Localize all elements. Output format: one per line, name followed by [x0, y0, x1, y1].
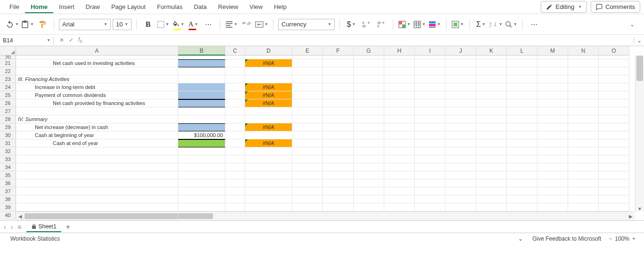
cell-I33[interactable] [415, 155, 446, 163]
column-header-H[interactable]: H [384, 46, 415, 56]
cell-L29[interactable] [507, 123, 537, 131]
number-format-select[interactable]: Currency▼ [278, 19, 335, 30]
cell-F31[interactable] [323, 139, 354, 147]
cell-E23[interactable] [292, 75, 323, 83]
cell-O31[interactable] [599, 139, 629, 147]
column-header-F[interactable]: F [323, 46, 354, 56]
cell-M33[interactable] [537, 155, 568, 163]
cell-M21[interactable] [537, 59, 568, 67]
cell-C21[interactable] [225, 59, 245, 67]
add-sheet-button[interactable]: + [66, 223, 70, 231]
cell-E24[interactable] [292, 83, 323, 91]
name-box[interactable]: B14▼ [0, 37, 54, 44]
cell-A40[interactable] [16, 211, 178, 219]
tab-file[interactable]: File [4, 1, 25, 12]
cell-N35[interactable] [568, 171, 599, 179]
cell-J39[interactable] [446, 203, 476, 211]
cell-L22[interactable] [507, 67, 537, 75]
cell-F22[interactable] [323, 67, 354, 75]
cell-A27[interactable] [16, 107, 178, 115]
cell-O36[interactable] [599, 179, 629, 187]
cell-E34[interactable] [292, 163, 323, 171]
cell-E31[interactable] [292, 139, 323, 147]
cell-N23[interactable] [568, 75, 599, 83]
cell-I26[interactable] [415, 99, 446, 107]
cell-A37[interactable] [16, 187, 178, 195]
cell-M27[interactable] [537, 107, 568, 115]
cell-F27[interactable] [323, 107, 354, 115]
cell-B27[interactable] [178, 107, 225, 115]
cell-L25[interactable] [507, 91, 537, 99]
cell-D26[interactable]: #N/A [245, 99, 292, 107]
cell-I36[interactable] [415, 179, 446, 187]
cell-F33[interactable] [323, 155, 354, 163]
cell-N39[interactable] [568, 203, 599, 211]
cell-B26[interactable] [178, 99, 225, 107]
cell-K28[interactable] [476, 115, 507, 123]
cell-H25[interactable] [384, 91, 415, 99]
cell-C32[interactable] [225, 147, 245, 155]
cell-M25[interactable] [537, 91, 568, 99]
ribbon-collapse-button[interactable]: ⌄ [625, 18, 638, 31]
cell-O30[interactable] [599, 131, 629, 139]
cell-E27[interactable] [292, 107, 323, 115]
cell-B28[interactable] [178, 115, 225, 123]
cell-E32[interactable] [292, 147, 323, 155]
cell-K39[interactable] [476, 203, 507, 211]
find-button[interactable]: ▼ [504, 18, 518, 31]
cell-E28[interactable] [292, 115, 323, 123]
cell-D21[interactable]: #N/A [245, 59, 292, 67]
row-header-32[interactable]: 32 [0, 147, 16, 155]
cell-styles-button[interactable]: ▼ [428, 18, 441, 31]
more-font-button[interactable]: ⋯ [202, 18, 215, 31]
row-header-24[interactable]: 24 [0, 83, 16, 91]
column-header-K[interactable]: K [476, 46, 507, 56]
cell-E22[interactable] [292, 67, 323, 75]
cell-M28[interactable] [537, 115, 568, 123]
cell-E36[interactable] [292, 179, 323, 187]
align-button[interactable]: ▼ [225, 18, 238, 31]
cell-L35[interactable] [507, 171, 537, 179]
autosum-button[interactable]: Σ▼ [474, 18, 487, 31]
cell-B35[interactable] [178, 171, 225, 179]
cell-J24[interactable] [446, 83, 476, 91]
cell-F36[interactable] [323, 179, 354, 187]
cell-A29[interactable]: Net increase (decrease) in cash [16, 123, 178, 131]
cell-G20[interactable] [354, 56, 384, 59]
cell-M20[interactable] [537, 56, 568, 59]
tab-insert[interactable]: Insert [53, 1, 80, 12]
conditional-format-button[interactable]: ▼ [398, 18, 411, 31]
decrease-decimal-button[interactable]: .0.00 [360, 18, 373, 31]
cell-A25[interactable]: Payment of common dividends [16, 91, 178, 99]
cell-E21[interactable] [292, 59, 323, 67]
cell-L36[interactable] [507, 179, 537, 187]
cancel-formula-button[interactable]: ✕ [59, 37, 64, 43]
column-header-I[interactable]: I [415, 46, 446, 56]
cell-C24[interactable] [225, 83, 245, 91]
select-all-button[interactable] [0, 46, 16, 56]
cell-K24[interactable] [476, 83, 507, 91]
cell-F23[interactable] [323, 75, 354, 83]
cell-B29[interactable] [178, 123, 225, 131]
cell-A33[interactable] [16, 155, 178, 163]
vertical-scrollbar[interactable]: ▲ ▼ [635, 56, 644, 211]
cell-J28[interactable] [446, 115, 476, 123]
cell-I39[interactable] [415, 203, 446, 211]
cell-N20[interactable] [568, 56, 599, 59]
cell-M30[interactable] [537, 131, 568, 139]
font-size-select[interactable]: 10▼ [113, 19, 132, 30]
column-header-J[interactable]: J [446, 46, 476, 56]
formula-bar-expand-button[interactable]: ⌄ [634, 37, 644, 44]
cell-M31[interactable] [537, 139, 568, 147]
cell-C23[interactable] [225, 75, 245, 83]
cell-F34[interactable] [323, 163, 354, 171]
cell-G36[interactable] [354, 179, 384, 187]
cell-F26[interactable] [323, 99, 354, 107]
cell-C35[interactable] [225, 171, 245, 179]
cell-D28[interactable] [245, 115, 292, 123]
cell-O28[interactable] [599, 115, 629, 123]
cell-D23[interactable] [245, 75, 292, 83]
cell-H31[interactable] [384, 139, 415, 147]
row-header-36[interactable]: 36 [0, 179, 16, 187]
comments-button[interactable]: Comments [591, 1, 640, 13]
